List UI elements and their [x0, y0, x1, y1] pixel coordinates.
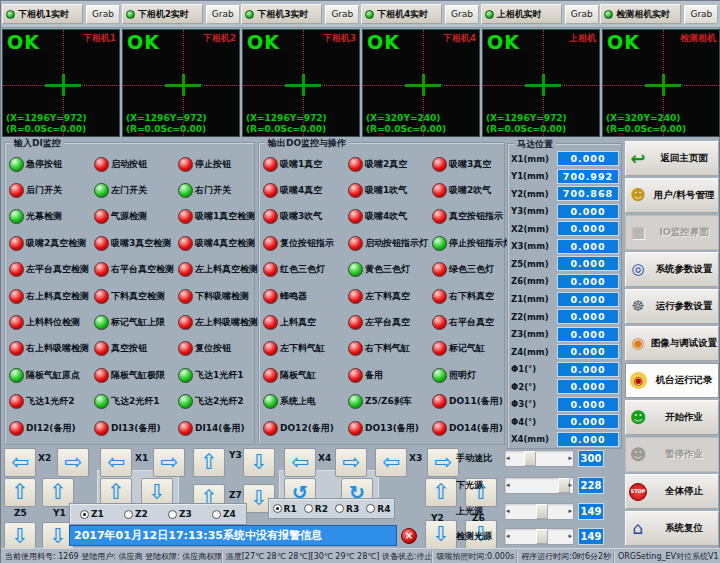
light-slider[interactable] — [504, 477, 574, 494]
jog-button[interactable]: ⇨ — [153, 448, 185, 477]
grab-button[interactable]: Grab — [445, 5, 479, 24]
camera-live-button[interactable]: 下相机2实时 — [122, 4, 203, 24]
r-axis-radio-option[interactable]: R1 — [273, 504, 297, 514]
do-toggle[interactable]: 吸嘴1吹气 — [348, 183, 432, 198]
do-toggle[interactable]: 红色三色灯 — [263, 262, 348, 277]
nav-button[interactable]: ☻ 开始作业 — [625, 400, 719, 435]
jog-button[interactable]: ⇧ — [4, 478, 36, 507]
do-toggle[interactable]: 吸嘴3吹气 — [263, 209, 348, 224]
light-slider[interactable] — [504, 528, 574, 545]
do-toggle-label: 备用 — [365, 369, 383, 382]
nav-button[interactable]: ☻ 暂停作业 — [625, 437, 719, 472]
jog-button[interactable]: ⇩ — [425, 520, 457, 549]
do-toggle[interactable]: 标记气缸 — [432, 341, 512, 356]
do-toggle[interactable]: 照明灯 — [432, 368, 512, 383]
do-toggle[interactable]: DO12(备用) — [263, 421, 348, 436]
jog-button[interactable]: ⇦ — [375, 448, 407, 477]
do-toggle[interactable]: 备用 — [348, 368, 432, 383]
grab-button[interactable]: Grab — [684, 5, 718, 24]
camera-status-text: OK — [7, 31, 40, 53]
do-toggle[interactable]: 吸嘴3真空 — [432, 157, 512, 172]
do-toggle[interactable]: 右下料气缸 — [348, 341, 432, 356]
nav-button[interactable]: ⌂ 系统复位 — [625, 511, 719, 546]
do-toggle[interactable]: 吸嘴2真空 — [348, 157, 432, 172]
jog-button[interactable]: ⇧ — [425, 478, 457, 507]
nav-button[interactable]: ↩ 返回主页面 — [625, 141, 719, 176]
camera-live-button[interactable]: 下相机1实时 — [2, 4, 83, 24]
motor-axis-label: X4(mm) — [511, 434, 557, 444]
led-icon — [178, 262, 193, 277]
do-toggle[interactable]: 蜂鸣器 — [263, 289, 348, 304]
led-icon — [263, 183, 278, 198]
do-toggle[interactable]: 右下料真空 — [432, 289, 512, 304]
nav-button[interactable]: ◉ 图像与调试设置 — [625, 326, 719, 361]
camera-live-button[interactable]: 检测相机实时 — [600, 4, 681, 24]
motor-axis-value: 700.992 — [557, 169, 619, 184]
light-control-row: 检测光源 149 — [456, 526, 622, 546]
nav-button[interactable]: ■ IO监控界面 — [625, 215, 719, 250]
do-toggle[interactable]: 上料真空 — [263, 315, 348, 330]
jog-button[interactable]: ⇩ — [243, 448, 275, 477]
light-slider[interactable] — [504, 503, 574, 520]
slider-thumb-icon[interactable] — [536, 529, 548, 544]
do-toggle[interactable]: 绿色三色灯 — [432, 262, 512, 277]
z-axis-radio-option[interactable]: Z4 — [212, 509, 236, 519]
arrow-left-icon: ⇦ — [382, 452, 400, 473]
do-toggle[interactable]: 右平台真空 — [432, 315, 512, 330]
jog-button[interactable]: ⇧ — [193, 448, 225, 477]
do-toggle[interactable]: 吸嘴2吹气 — [432, 183, 512, 198]
do-toggle[interactable]: 真空按钮指示 — [432, 209, 512, 224]
do-toggle[interactable]: 吸嘴4吹气 — [348, 209, 432, 224]
jog-button[interactable]: ⇨ — [335, 448, 367, 477]
radio-label: R1 — [284, 504, 297, 514]
grab-button[interactable]: Grab — [206, 5, 240, 24]
do-toggle[interactable]: 吸嘴4真空 — [263, 183, 348, 198]
motor-axis-row: Z1(mm) 0.000 — [511, 290, 619, 308]
nav-button[interactable]: ◉ 机台运行记录 — [625, 363, 719, 398]
do-toggle[interactable]: 左下料气缸 — [263, 341, 348, 356]
do-toggle[interactable]: 左平台真空 — [348, 315, 432, 330]
nav-button[interactable]: ◎ 系统参数设置 — [625, 252, 719, 287]
led-icon — [9, 183, 24, 198]
grab-button[interactable]: Grab — [325, 5, 359, 24]
do-toggle[interactable]: DO13(备用) — [348, 421, 432, 436]
jog-button[interactable]: ⇦ — [100, 448, 132, 477]
slider-thumb-icon[interactable] — [558, 478, 570, 493]
do-toggle[interactable]: 隔板气缸 — [263, 368, 348, 383]
do-toggle[interactable]: DO11(备用) — [432, 394, 512, 409]
nav-button[interactable]: STOP 全体停止 — [625, 474, 719, 509]
do-toggle[interactable]: DO14(备用) — [432, 421, 512, 436]
jog-button[interactable]: ⇨ — [427, 448, 459, 477]
grab-button[interactable]: Grab — [86, 5, 120, 24]
z-axis-radio-option[interactable]: Z3 — [168, 509, 192, 519]
di-indicator-label: 标记气缸上限 — [111, 316, 165, 329]
jog-button[interactable]: ⇩ — [4, 522, 36, 551]
radio-icon — [304, 504, 313, 513]
r-axis-radio-option[interactable]: R2 — [304, 504, 328, 514]
camera-live-button[interactable]: 上相机实时 — [481, 4, 562, 24]
light-slider[interactable] — [504, 450, 574, 467]
alarm-close-button[interactable] — [401, 528, 417, 544]
camera-live-button[interactable]: 下相机4实时 — [361, 4, 442, 24]
do-toggle[interactable]: 系统上电 — [263, 394, 348, 409]
slider-thumb-icon[interactable] — [524, 451, 536, 466]
do-toggle[interactable]: 吸嘴1真空 — [263, 157, 348, 172]
r-axis-radio-option[interactable]: R4 — [366, 504, 390, 514]
z-axis-radio-option[interactable]: Z1 — [80, 509, 104, 519]
camera-live-button[interactable]: 下相机3实时 — [241, 4, 322, 24]
slider-thumb-icon[interactable] — [536, 504, 548, 519]
nav-button[interactable]: ☸ 运行参数设置 — [625, 289, 719, 324]
do-toggle[interactable]: 启动按钮指示灯 — [348, 236, 432, 251]
do-toggle[interactable]: 左下料真空 — [348, 289, 432, 304]
jog-button[interactable]: ⇨ — [57, 448, 89, 477]
nav-button[interactable]: ☻ 用户/料号管理 — [625, 178, 719, 213]
jog-button[interactable]: ⇦ — [4, 448, 36, 477]
do-toggle[interactable]: 黄色三色灯 — [348, 262, 432, 277]
do-toggle[interactable]: 复位按钮指示 — [263, 236, 348, 251]
grab-button[interactable]: Grab — [565, 5, 599, 24]
r-axis-radio-option[interactable]: R3 — [335, 504, 359, 514]
z-axis-radio-option[interactable]: Z2 — [124, 509, 148, 519]
jog-button[interactable]: ⇦ — [284, 448, 316, 477]
do-toggle[interactable]: 停止按钮指示灯 — [432, 236, 512, 251]
do-toggle[interactable]: Z5/Z6刹车 — [348, 394, 432, 409]
